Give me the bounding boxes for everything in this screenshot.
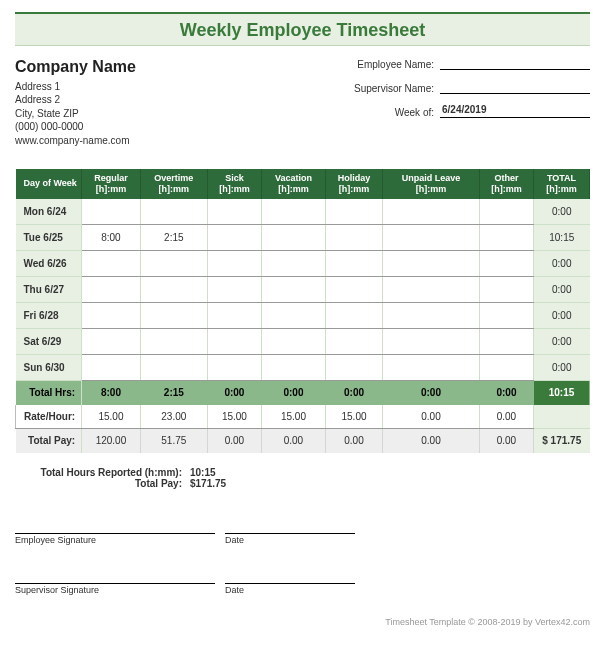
info-fields: Employee Name: Supervisor Name: Week of:… xyxy=(340,56,590,147)
hours-cell[interactable] xyxy=(261,199,325,225)
hours-cell[interactable] xyxy=(479,355,533,381)
hours-cell[interactable] xyxy=(479,199,533,225)
hours-cell[interactable]: 8:00 xyxy=(82,225,141,251)
hours-cell[interactable] xyxy=(82,251,141,277)
row-total: 0:00 xyxy=(534,303,590,329)
hours-cell[interactable] xyxy=(207,199,261,225)
supervisor-name-field[interactable] xyxy=(440,80,590,94)
hours-cell[interactable] xyxy=(140,251,207,277)
hours-cell[interactable] xyxy=(82,277,141,303)
title-bar: Weekly Employee Timesheet xyxy=(15,12,590,46)
hours-cell[interactable] xyxy=(140,303,207,329)
hours-cell[interactable] xyxy=(479,329,533,355)
supervisor-signature-line[interactable]: Supervisor Signature xyxy=(15,583,215,595)
hours-cell[interactable] xyxy=(207,277,261,303)
hours-cell[interactable] xyxy=(207,225,261,251)
hours-cell[interactable] xyxy=(383,329,480,355)
pay-unpaid: 0.00 xyxy=(383,429,480,453)
rate-total xyxy=(534,405,590,429)
row-total: 0:00 xyxy=(534,251,590,277)
company-name: Company Name xyxy=(15,56,136,78)
col-total: TOTAL[h]:mm xyxy=(534,169,590,199)
total-holiday: 0:00 xyxy=(325,381,382,405)
total-hours-row: Total Hrs: 8:00 2:15 0:00 0:00 0:00 0:00… xyxy=(16,381,590,405)
hours-cell[interactable] xyxy=(261,355,325,381)
hours-cell[interactable] xyxy=(383,303,480,329)
hours-cell[interactable] xyxy=(479,277,533,303)
hours-cell[interactable] xyxy=(325,225,382,251)
hours-cell[interactable] xyxy=(261,251,325,277)
weekof-label: Week of: xyxy=(340,107,440,118)
hours-cell[interactable] xyxy=(383,277,480,303)
rate-regular[interactable]: 15.00 xyxy=(82,405,141,429)
hours-cell[interactable] xyxy=(325,329,382,355)
hours-cell[interactable] xyxy=(140,329,207,355)
hours-cell[interactable] xyxy=(261,225,325,251)
day-label: Mon 6/24 xyxy=(16,199,82,225)
hours-cell[interactable] xyxy=(325,251,382,277)
rate-vacation[interactable]: 15.00 xyxy=(261,405,325,429)
pay-regular: 120.00 xyxy=(82,429,141,453)
hours-cell[interactable] xyxy=(325,355,382,381)
table-row: Mon 6/240:00 xyxy=(16,199,590,225)
hours-cell[interactable] xyxy=(479,303,533,329)
hours-cell[interactable] xyxy=(383,199,480,225)
hours-cell[interactable] xyxy=(261,303,325,329)
rate-unpaid[interactable]: 0.00 xyxy=(383,405,480,429)
table-row: Tue 6/258:002:1510:15 xyxy=(16,225,590,251)
pay-sick: 0.00 xyxy=(207,429,261,453)
total-hours-label: Total Hrs: xyxy=(16,381,82,405)
hours-cell[interactable] xyxy=(479,251,533,277)
employee-signature-line[interactable]: Employee Signature xyxy=(15,533,215,545)
rate-overtime[interactable]: 23.00 xyxy=(140,405,207,429)
employee-signature-block: Employee Signature Date xyxy=(15,517,590,545)
total-overtime: 2:15 xyxy=(140,381,207,405)
hours-cell[interactable] xyxy=(82,199,141,225)
hours-cell[interactable] xyxy=(82,303,141,329)
col-sick: Sick[h]:mm xyxy=(207,169,261,199)
hours-cell[interactable] xyxy=(140,277,207,303)
supervisor-name-label: Supervisor Name: xyxy=(340,83,440,94)
hours-cell[interactable] xyxy=(207,355,261,381)
table-row: Sun 6/300:00 xyxy=(16,355,590,381)
hours-cell[interactable] xyxy=(207,251,261,277)
hours-cell[interactable] xyxy=(383,225,480,251)
table-row: Fri 6/280:00 xyxy=(16,303,590,329)
hours-cell[interactable] xyxy=(325,199,382,225)
pay-label: Total Pay: xyxy=(16,429,82,453)
hours-cell[interactable] xyxy=(82,329,141,355)
hours-cell[interactable] xyxy=(140,355,207,381)
total-regular: 8:00 xyxy=(82,381,141,405)
rate-holiday[interactable]: 15.00 xyxy=(325,405,382,429)
hours-cell[interactable] xyxy=(82,355,141,381)
table-row: Wed 6/260:00 xyxy=(16,251,590,277)
employee-name-field[interactable] xyxy=(440,56,590,70)
company-address1: Address 1 xyxy=(15,80,136,94)
table-row: Thu 6/270:00 xyxy=(16,277,590,303)
supervisor-signature-block: Supervisor Signature Date xyxy=(15,567,590,595)
day-label: Sun 6/30 xyxy=(16,355,82,381)
company-citystatezip: City, State ZIP xyxy=(15,107,136,121)
hours-cell[interactable] xyxy=(325,277,382,303)
hours-cell[interactable] xyxy=(383,355,480,381)
employee-signature-date[interactable]: Date xyxy=(225,533,355,545)
weekof-field[interactable]: 6/24/2019 xyxy=(440,104,590,118)
pay-other: 0.00 xyxy=(479,429,533,453)
rate-row: Rate/Hour: 15.00 23.00 15.00 15.00 15.00… xyxy=(16,405,590,429)
rate-other[interactable]: 0.00 xyxy=(479,405,533,429)
hours-cell[interactable]: 2:15 xyxy=(140,225,207,251)
supervisor-signature-date[interactable]: Date xyxy=(225,583,355,595)
hours-cell[interactable] xyxy=(325,303,382,329)
footer-text: Timesheet Template © 2008-2019 by Vertex… xyxy=(15,617,590,627)
hours-cell[interactable] xyxy=(207,329,261,355)
company-address2: Address 2 xyxy=(15,93,136,107)
hours-cell[interactable] xyxy=(479,225,533,251)
hours-cell[interactable] xyxy=(261,329,325,355)
timesheet-table: Day of Week Regular[h]:mm Overtime[h]:mm… xyxy=(15,169,590,453)
company-block: Company Name Address 1 Address 2 City, S… xyxy=(15,56,136,147)
hours-cell[interactable] xyxy=(207,303,261,329)
hours-cell[interactable] xyxy=(140,199,207,225)
hours-cell[interactable] xyxy=(383,251,480,277)
rate-sick[interactable]: 15.00 xyxy=(207,405,261,429)
hours-cell[interactable] xyxy=(261,277,325,303)
